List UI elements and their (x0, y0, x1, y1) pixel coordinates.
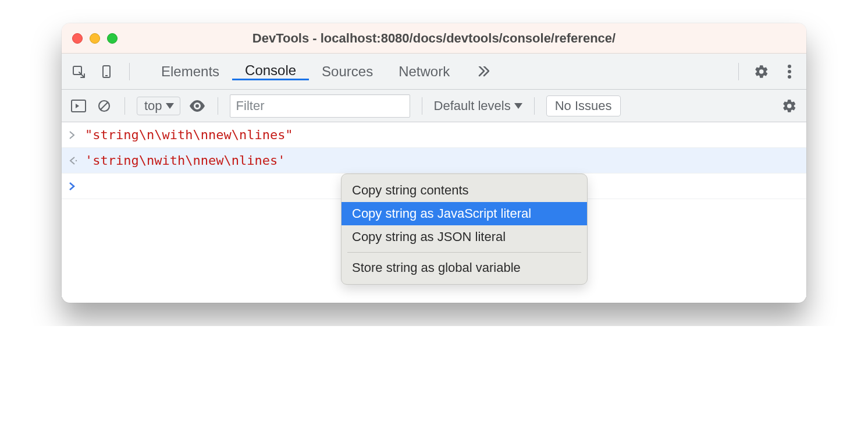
zoom-icon[interactable] (107, 33, 118, 44)
issues-button[interactable]: No Issues (546, 95, 621, 116)
log-levels-selector[interactable]: Default levels (434, 98, 522, 114)
tab-console[interactable]: Console (232, 62, 309, 80)
svg-point-4 (788, 70, 791, 73)
svg-point-5 (788, 75, 791, 79)
console-toolbar: top Default levels No Issues (62, 90, 806, 122)
more-tabs-icon[interactable] (463, 66, 502, 77)
log-levels-label: Default levels (434, 98, 511, 114)
svg-marker-10 (166, 103, 174, 109)
svg-point-11 (195, 104, 199, 108)
svg-marker-12 (514, 103, 522, 109)
svg-marker-7 (76, 104, 79, 108)
menu-copy-string-json-literal[interactable]: Copy string as JSON literal (341, 225, 587, 249)
context-selector[interactable]: top (137, 97, 180, 115)
devtools-window: DevTools - localhost:8080/docs/devtools/… (62, 23, 806, 303)
tab-sources[interactable]: Sources (309, 63, 386, 80)
menu-store-global-variable[interactable]: Store string as global variable (341, 256, 587, 279)
tabs-bar: Elements Console Sources Network (62, 54, 806, 90)
console-output-row[interactable]: 'string\nwith\nnew\nlines' (62, 148, 806, 173)
divider (129, 63, 130, 80)
tab-elements[interactable]: Elements (148, 63, 232, 80)
menu-copy-string-js-literal[interactable]: Copy string as JavaScript literal (341, 202, 587, 225)
kebab-menu-icon[interactable] (781, 63, 798, 80)
tab-list: Elements Console Sources Network (148, 62, 502, 80)
output-text: 'string\nwith\nnew\nlines' (85, 153, 285, 168)
console-settings-gear-icon[interactable] (781, 97, 798, 115)
svg-point-3 (788, 65, 791, 68)
titlebar: DevTools - localhost:8080/docs/devtools/… (62, 23, 806, 54)
menu-copy-string-contents[interactable]: Copy string contents (341, 179, 587, 202)
context-menu: Copy string contents Copy string as Java… (341, 173, 588, 285)
sidebar-toggle-icon[interactable] (70, 97, 87, 115)
divider (738, 63, 739, 80)
tab-network[interactable]: Network (386, 63, 463, 80)
output-chevron-icon (69, 157, 78, 165)
window-title: DevTools - localhost:8080/docs/devtools/… (62, 31, 806, 46)
filter-input[interactable] (230, 94, 410, 118)
input-text: "string\n\with\nnew\nlines" (85, 128, 293, 142)
console-input-row[interactable]: "string\n\with\nnew\nlines" (62, 122, 806, 148)
divider (534, 97, 535, 115)
issues-label: No Issues (555, 98, 612, 113)
context-label: top (144, 98, 162, 114)
divider (422, 97, 422, 115)
console-output: "string\n\with\nnew\nlines" 'string\nwit… (62, 122, 806, 297)
divider (124, 97, 125, 115)
menu-separator (347, 252, 581, 253)
svg-line-9 (101, 102, 108, 109)
device-toggle-icon[interactable] (98, 63, 115, 80)
svg-point-13 (76, 160, 77, 161)
settings-gear-icon[interactable] (753, 63, 770, 80)
input-chevron-icon (69, 131, 78, 139)
prompt-chevron-icon (69, 182, 78, 190)
close-icon[interactable] (72, 33, 83, 44)
divider (218, 97, 218, 115)
inspect-element-icon[interactable] (70, 63, 87, 80)
minimize-icon[interactable] (90, 33, 100, 44)
live-expression-eye-icon[interactable] (188, 97, 206, 115)
clear-console-icon[interactable] (95, 97, 113, 115)
traffic-lights (72, 33, 118, 44)
